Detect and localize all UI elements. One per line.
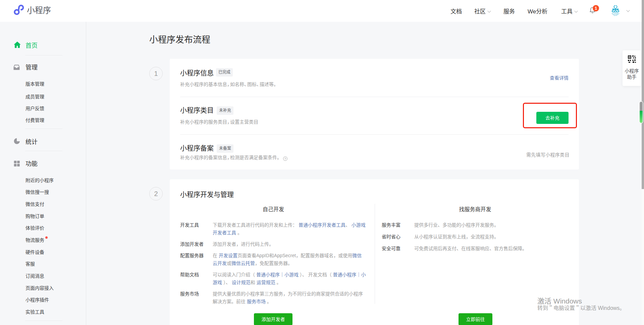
svg-text:"kychakr": "kychakr" [613, 15, 618, 16]
